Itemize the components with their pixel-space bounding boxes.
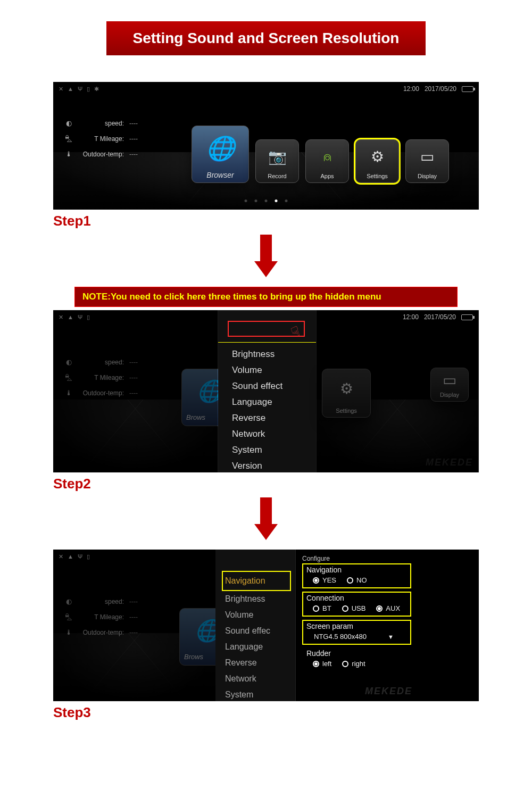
config-connection: Connection BT USB AUX xyxy=(302,592,411,617)
menu-item-navigation[interactable]: Navigation xyxy=(222,571,291,591)
step1-label: Step1 xyxy=(53,213,91,229)
menu-item-network[interactable]: Network xyxy=(225,671,291,687)
step3-screenshot: ✕ ▲ Ψ ▯ ◐ speed: ---- ⛍ T Mileage xyxy=(53,550,479,701)
monitor-icon: ▭ xyxy=(420,140,434,173)
menu-item-language[interactable]: Language xyxy=(225,639,291,655)
radio-no-label: NO xyxy=(356,576,367,584)
step2-label: Step2 xyxy=(53,476,91,492)
screen-param-dropdown[interactable]: NTG4.5 800x480 ▼ xyxy=(314,633,394,641)
radio-dot-icon xyxy=(376,605,383,612)
tile-settings[interactable]: ⚙ Settings xyxy=(322,369,371,418)
tile-apps[interactable]: ⍝ Apps xyxy=(305,139,349,183)
temp-value: ---- xyxy=(129,629,138,636)
tile-record-label: Record xyxy=(268,173,286,179)
mileage-label: T Mileage: xyxy=(79,135,124,143)
menu-item-language[interactable]: Language xyxy=(232,394,311,410)
radio-connection-aux[interactable]: AUX xyxy=(376,604,400,612)
speed-label: speed: xyxy=(79,598,124,605)
speed-icon: ◐ xyxy=(64,119,73,127)
tile-browser[interactable]: 🌐 Browser xyxy=(192,126,249,183)
tile-display-label: Display xyxy=(440,392,459,398)
temp-label: Outdoor-temp: xyxy=(79,151,124,158)
tile-display[interactable]: ▭ Display xyxy=(405,139,449,183)
menu-item-system[interactable]: System xyxy=(225,687,291,701)
radio-connection-usb[interactable]: USB xyxy=(342,604,366,612)
globe-icon: 🌐 xyxy=(206,126,235,171)
android-icon: ⍝ xyxy=(323,140,332,173)
menu-item-version[interactable]: Version xyxy=(232,458,311,472)
status-bar: 12:00 2017/05/20 xyxy=(317,310,478,324)
speed-label: speed: xyxy=(79,120,124,127)
step3-label: Step3 xyxy=(53,704,91,721)
close-icon[interactable]: ✕ xyxy=(59,86,63,93)
config-rudder-heading: Rudder xyxy=(306,649,408,658)
speed-value: ---- xyxy=(129,598,138,605)
radio-bt-label: BT xyxy=(322,604,331,612)
speed-icon: ◐ xyxy=(64,358,73,366)
configure-title: Configure xyxy=(302,555,411,562)
menu-item-network[interactable]: Network xyxy=(232,426,311,442)
status-bar: ✕ ▲ Ψ ▯ ✱ 12:00 2017/05/20 xyxy=(53,82,479,96)
close-icon[interactable]: ✕ xyxy=(59,314,63,321)
info-sidebar: ◐ speed: ---- ⛍ T Mileage: ---- 🌡 Outdoo… xyxy=(64,119,138,165)
menu-item-brightness[interactable]: Brightness xyxy=(225,591,291,607)
tile-settings[interactable]: ⚙ Settings xyxy=(355,139,399,183)
menu-item-reverse[interactable]: Reverse xyxy=(232,410,311,426)
thermometer-icon: 🌡 xyxy=(64,389,73,397)
wifi-icon: ▲ xyxy=(68,553,73,560)
menu-item-volume[interactable]: Volume xyxy=(225,607,291,623)
radio-navigation-no[interactable]: NO xyxy=(347,576,367,584)
usb-icon: Ψ xyxy=(78,314,82,320)
screen-param-value: NTG4.5 800x480 xyxy=(314,633,367,641)
arrow-down-icon xyxy=(255,497,277,540)
chevron-down-icon: ▼ xyxy=(388,634,394,640)
radio-yes-label: YES xyxy=(322,576,336,584)
page-indicator[interactable] xyxy=(245,200,288,202)
car-icon: ⛍ xyxy=(64,135,73,143)
status-time: 12:00 xyxy=(403,85,419,93)
page-title: Setting Sound and Screen Resolution xyxy=(106,21,426,55)
tile-display[interactable]: ▭ Display xyxy=(430,368,469,402)
radio-navigation-yes[interactable]: YES xyxy=(313,576,336,584)
wifi-icon: ▲ xyxy=(68,314,73,320)
note-banner: NOTE:You need to click here three times … xyxy=(74,287,458,307)
camera-icon: 📷 xyxy=(268,140,287,173)
gear-icon: ⚙ xyxy=(371,140,384,173)
temp-label: Outdoor-temp: xyxy=(79,389,124,397)
status-date: 2017/05/20 xyxy=(424,313,456,321)
config-navigation-heading: Navigation xyxy=(306,566,407,574)
mileage-value: ---- xyxy=(129,613,138,621)
config-screen-param: Screen param NTG4.5 800x480 ▼ xyxy=(302,620,411,645)
menu-item-volume[interactable]: Volume xyxy=(232,362,311,378)
radio-usb-label: USB xyxy=(352,604,366,612)
menu-item-sound-effect[interactable]: Sound effect xyxy=(232,378,311,394)
config-rudder: Rudder left right xyxy=(302,648,411,671)
menu-item-reverse[interactable]: Reverse xyxy=(225,655,291,671)
close-icon[interactable]: ✕ xyxy=(59,553,63,560)
battery-icon xyxy=(462,86,473,92)
config-connection-heading: Connection xyxy=(306,594,407,602)
tile-record[interactable]: 📷 Record xyxy=(255,139,299,183)
bluetooth-icon: ✱ xyxy=(94,86,99,93)
configure-panel: Configure Navigation YES NO xyxy=(295,550,418,701)
radio-dot-icon xyxy=(313,605,319,612)
settings-menu: Brightness Volume Sound effect Language … xyxy=(232,346,311,472)
usb-icon: Ψ xyxy=(78,86,82,92)
mileage-value: ---- xyxy=(129,374,138,381)
radio-rudder-right[interactable]: right xyxy=(342,660,365,668)
gear-icon: ⚙ xyxy=(340,369,353,408)
car-icon: ⛍ xyxy=(64,613,73,621)
step1-screenshot: ✕ ▲ Ψ ▯ ✱ 12:00 2017/05/20 ◐ speed: ----… xyxy=(53,82,479,210)
status-time: 12:00 xyxy=(403,313,419,321)
radio-rudder-left[interactable]: left xyxy=(313,660,331,668)
menu-item-brightness[interactable]: Brightness xyxy=(232,346,311,362)
usb-icon: Ψ xyxy=(78,553,82,560)
config-screen-param-heading: Screen param xyxy=(306,622,407,630)
thermometer-icon: 🌡 xyxy=(64,628,73,636)
watermark: MEKEDE xyxy=(365,686,412,697)
temp-label: Outdoor-temp: xyxy=(79,629,124,636)
radio-connection-bt[interactable]: BT xyxy=(313,604,331,612)
menu-item-sound-effect[interactable]: Sound effec xyxy=(225,623,291,639)
menu-item-system[interactable]: System xyxy=(232,442,311,458)
tile-browser-label: Browser xyxy=(206,171,234,179)
